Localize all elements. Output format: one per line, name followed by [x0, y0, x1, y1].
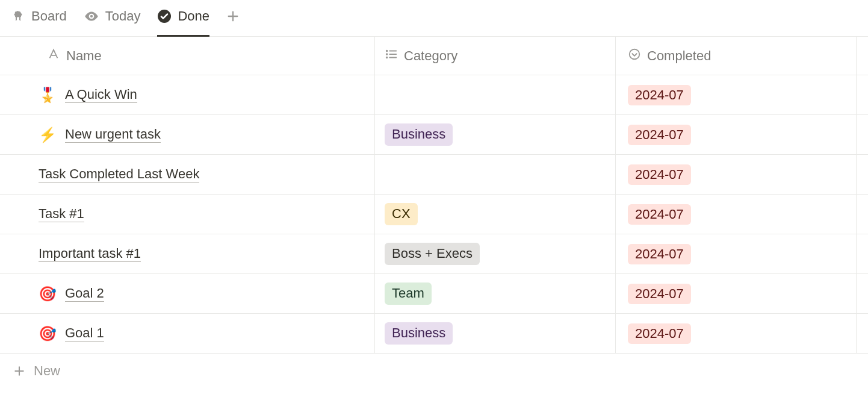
cell-trailing: [856, 314, 868, 354]
cell-name[interactable]: 🎯Goal 2: [0, 274, 374, 314]
row-emoji: ⚡: [39, 128, 57, 142]
cell-name[interactable]: Task #1: [0, 195, 374, 234]
cell-name[interactable]: 🎯Goal 1: [0, 314, 374, 354]
row-emoji: 🎖️: [39, 88, 57, 102]
completed-chip: 2024-07: [628, 323, 691, 344]
completed-chip: 2024-07: [628, 204, 691, 225]
row-title[interactable]: New urgent task: [65, 126, 161, 143]
cell-category[interactable]: Team: [374, 274, 615, 314]
column-header-completed[interactable]: Completed: [615, 37, 856, 75]
row-title[interactable]: A Quick Win: [65, 87, 137, 103]
tab-today-label: Today: [105, 8, 141, 24]
tab-board[interactable]: Board: [11, 8, 67, 30]
view-tabs: Board Today Done: [0, 0, 868, 37]
cell-trailing: [856, 274, 868, 314]
tab-done-label: Done: [178, 8, 209, 24]
cell-category[interactable]: Business: [374, 115, 615, 155]
column-header-category[interactable]: Category: [374, 37, 615, 75]
completed-chip: 2024-07: [628, 85, 691, 105]
cell-category[interactable]: Business: [374, 314, 615, 354]
table-row[interactable]: ⚡New urgent taskBusiness2024-07: [0, 115, 868, 155]
cell-trailing: [856, 195, 868, 234]
table-row[interactable]: Task #1CX2024-07: [0, 195, 868, 234]
completed-chip: 2024-07: [628, 125, 691, 145]
category-chip: Boss + Execs: [385, 243, 480, 265]
cell-name[interactable]: 🎖️A Quick Win: [0, 75, 374, 115]
new-row-label: New: [34, 363, 60, 379]
cell-name[interactable]: ⚡New urgent task: [0, 115, 374, 155]
cell-completed[interactable]: 2024-07: [615, 274, 856, 314]
completed-chip: 2024-07: [628, 244, 691, 264]
plus-icon: [13, 365, 25, 377]
table-row[interactable]: Important task #1Boss + Execs2024-07: [0, 234, 868, 274]
cell-trailing: [856, 75, 868, 115]
row-title[interactable]: Task #1: [39, 206, 84, 222]
tab-board-label: Board: [31, 8, 67, 24]
table-row[interactable]: 🎖️A Quick Win2024-07: [0, 75, 868, 115]
tab-today[interactable]: Today: [84, 8, 141, 30]
cell-category[interactable]: CX: [374, 195, 615, 234]
row-title[interactable]: Important task #1: [39, 246, 141, 262]
svg-point-5: [630, 49, 640, 59]
table-row[interactable]: 🎯Goal 2Team2024-07: [0, 274, 868, 314]
svg-point-0: [90, 15, 93, 17]
svg-point-2: [386, 50, 388, 51]
text-property-icon: [47, 48, 60, 64]
add-column-cell[interactable]: [856, 37, 868, 75]
cell-trailing: [856, 234, 868, 274]
cell-completed[interactable]: 2024-07: [615, 195, 856, 234]
row-title[interactable]: Task Completed Last Week: [39, 166, 199, 183]
cell-name[interactable]: Task Completed Last Week: [0, 155, 374, 195]
board-icon: [11, 9, 25, 23]
row-emoji: 🎯: [39, 326, 57, 341]
cell-trailing: [856, 155, 868, 195]
category-chip: Business: [385, 123, 453, 146]
cell-completed[interactable]: 2024-07: [615, 115, 856, 155]
svg-point-3: [386, 54, 388, 55]
cell-category[interactable]: Boss + Execs: [374, 234, 615, 274]
category-chip: CX: [385, 203, 418, 225]
add-view-button[interactable]: [226, 10, 240, 29]
check-circle-icon: [157, 9, 172, 23]
table-body: 🎖️A Quick Win2024-07⚡New urgent taskBusi…: [0, 75, 868, 354]
plus-icon: [226, 10, 240, 23]
cell-category[interactable]: [374, 75, 615, 115]
table-row[interactable]: 🎯Goal 1Business2024-07: [0, 314, 868, 354]
eye-icon: [84, 8, 99, 24]
cell-name[interactable]: Important task #1: [0, 234, 374, 274]
tab-done[interactable]: Done: [157, 8, 209, 30]
row-title[interactable]: Goal 1: [65, 325, 104, 342]
completed-chip: 2024-07: [628, 164, 691, 185]
cell-completed[interactable]: 2024-07: [615, 234, 856, 274]
category-chip: Business: [385, 322, 453, 345]
category-chip: Team: [385, 282, 432, 305]
svg-point-4: [386, 57, 388, 58]
row-emoji: 🎯: [39, 287, 57, 301]
select-icon: [628, 48, 641, 64]
row-title[interactable]: Goal 2: [65, 286, 104, 302]
cell-completed[interactable]: 2024-07: [615, 75, 856, 115]
table-row[interactable]: Task Completed Last Week2024-07: [0, 155, 868, 195]
completed-chip: 2024-07: [628, 284, 691, 304]
multiselect-icon: [385, 48, 398, 64]
cell-category[interactable]: [374, 155, 615, 195]
column-header-name[interactable]: Name: [0, 37, 374, 75]
cell-completed[interactable]: 2024-07: [615, 155, 856, 195]
cell-trailing: [856, 115, 868, 155]
new-row-button[interactable]: New: [0, 354, 868, 390]
table: Name Category Completed: [0, 37, 868, 75]
cell-completed[interactable]: 2024-07: [615, 314, 856, 354]
